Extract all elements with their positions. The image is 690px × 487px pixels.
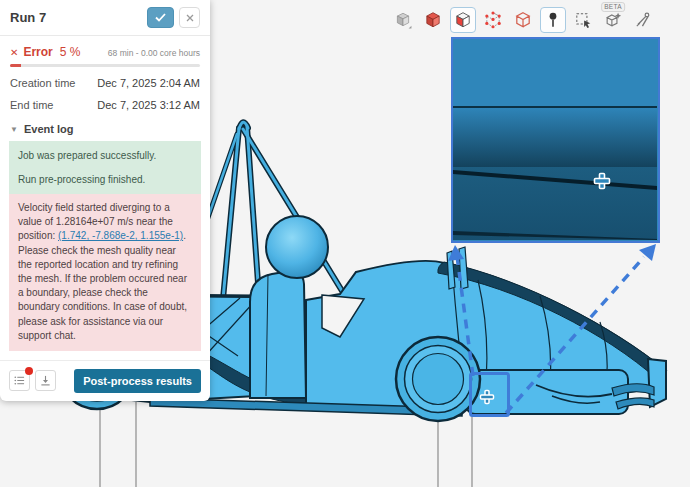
panel-header: Run 7 (0, 0, 210, 36)
measure-button[interactable] (630, 7, 656, 33)
field-label: End time (10, 99, 53, 111)
status-label: Error (23, 45, 52, 59)
ai-assistant-icon (604, 11, 622, 29)
position-link[interactable]: (1.742, -7.868e-2, 1.155e-1) (58, 230, 183, 241)
run-title: Run 7 (10, 10, 147, 25)
download-icon (40, 375, 51, 386)
face-select-button[interactable] (450, 7, 476, 33)
close-icon (186, 14, 194, 22)
vertex-select-icon (484, 11, 502, 29)
run-status-row: ✕ Error 5 % 68 min - 0.00 core hours (0, 36, 210, 64)
box-select-icon (574, 11, 592, 29)
probe-point-icon (544, 11, 562, 29)
edge-select-button[interactable] (510, 7, 536, 33)
view-cube-button[interactable] (390, 7, 416, 33)
run-detail-panel: Run 7 ✕ Error 5 % 68 min - 0.00 core hou… (0, 0, 210, 401)
status-percent: 5 % (60, 45, 81, 59)
error-x-icon: ✕ (10, 47, 18, 58)
app-window: BETA Run 7 (0, 0, 690, 487)
end-time-row: End time Dec 7, 2025 3:12 AM (0, 89, 210, 111)
viewer-toolbar: BETA (390, 7, 656, 33)
accept-button[interactable] (147, 7, 174, 28)
field-value: Dec 7, 2025 3:12 AM (97, 99, 200, 111)
event-log-success-box: Job was prepared successfully. Run pre-p… (9, 141, 201, 194)
chevron-down-icon: ▼ (10, 125, 18, 134)
seat-back (250, 271, 306, 398)
post-process-results-button[interactable]: Post-process results (74, 369, 201, 393)
face-select-icon (454, 11, 472, 29)
error-message-text: . Please check the mesh quality near the… (18, 230, 187, 340)
view-cube-icon (394, 11, 412, 29)
probe-point-button[interactable] (540, 7, 566, 33)
driver-helmet (266, 216, 328, 278)
event-log-error-box: Velocity field started diverging to a va… (9, 194, 201, 351)
event-list-button[interactable] (9, 370, 30, 391)
close-button[interactable] (179, 7, 200, 28)
status-meta: 68 min - 0.00 core hours (108, 48, 200, 58)
roll-hoop (203, 122, 347, 299)
field-value: Dec 7, 2025 2:04 AM (97, 77, 200, 89)
vertex-select-button[interactable] (480, 7, 506, 33)
volume-select-button[interactable] (420, 7, 446, 33)
volume-select-icon (424, 11, 442, 29)
notification-dot (25, 367, 33, 375)
measure-icon (634, 11, 652, 29)
front-wheel (396, 337, 480, 421)
list-icon (14, 375, 25, 386)
event-log-toggle[interactable]: ▼ Event log (0, 111, 210, 141)
box-select-button[interactable] (570, 7, 596, 33)
zoom-inset-box (451, 37, 660, 243)
download-log-button[interactable] (35, 370, 56, 391)
check-icon (155, 13, 166, 22)
creation-time-row: Creation time Dec 7, 2025 2:04 AM (0, 67, 210, 89)
panel-footer: Post-process results (0, 360, 210, 401)
ai-assistant-button[interactable]: BETA (600, 7, 626, 33)
event-log-title: Event log (24, 123, 74, 135)
edge-select-icon (514, 11, 532, 29)
success-message: Job was prepared successfully. (18, 148, 192, 163)
field-label: Creation time (10, 77, 75, 89)
beta-badge: BETA (601, 2, 625, 12)
success-message: Run pre-processing finished. (18, 172, 192, 187)
